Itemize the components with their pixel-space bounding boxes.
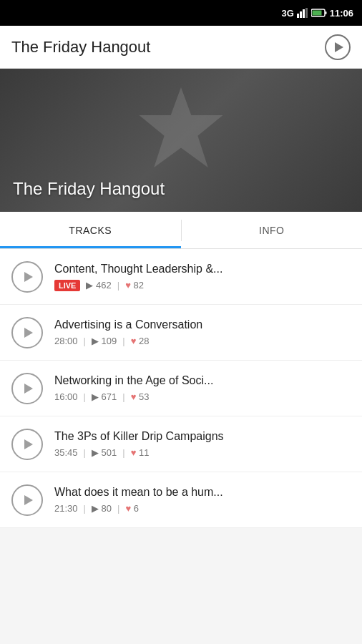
track-likes: ♥ 6: [125, 503, 139, 514]
meta-separator: |: [117, 280, 119, 291]
track-plays: ▶ 501: [92, 447, 117, 458]
meta-separator: |: [122, 336, 124, 346]
track-meta: 28:00|▶ 109|♥ 28: [54, 336, 351, 346]
play-button[interactable]: [11, 261, 43, 293]
hero-star-icon: [134, 83, 228, 179]
svg-marker-7: [140, 87, 223, 167]
app-header: The Friday Hangout: [0, 26, 362, 69]
svg-rect-0: [297, 14, 299, 18]
track-item[interactable]: Content, Thought Leadership &...LIVE▶ 46…: [0, 249, 362, 305]
track-title: What does it mean to be a hum...: [54, 486, 351, 499]
track-item[interactable]: The 3Ps of Killer Drip Campaigns35:45|▶ …: [0, 416, 362, 472]
page-title: The Friday Hangout: [11, 38, 150, 57]
track-meta: 35:45|▶ 501|♥ 11: [54, 447, 351, 458]
meta-separator: |: [122, 391, 124, 402]
track-likes: ♥ 82: [125, 280, 144, 291]
track-item[interactable]: Advertising is a Conversation28:00|▶ 109…: [0, 305, 362, 361]
track-plays: ▶ 462: [86, 280, 111, 291]
track-likes: ♥ 53: [131, 391, 150, 402]
track-likes: ♥ 28: [131, 336, 150, 346]
live-badge: LIVE: [54, 280, 80, 291]
track-item[interactable]: Networking in the Age of Soci...16:00|▶ …: [0, 361, 362, 416]
network-indicator: 3G: [281, 8, 293, 19]
play-button[interactable]: [11, 429, 43, 460]
track-title: The 3Ps of Killer Drip Campaigns: [54, 430, 351, 443]
track-duration: 35:45: [54, 447, 78, 458]
track-duration: 16:00: [54, 391, 78, 402]
track-plays: ▶ 109: [92, 336, 117, 346]
meta-separator: |: [117, 503, 119, 514]
track-title: Networking in the Age of Soci...: [54, 374, 351, 387]
hero-title: The Friday Hangout: [13, 179, 165, 199]
play-button[interactable]: [11, 484, 43, 516]
track-list: Content, Thought Leadership &...LIVE▶ 46…: [0, 249, 362, 528]
svg-rect-6: [325, 11, 326, 14]
signal-icon: [297, 8, 308, 18]
track-meta: 16:00|▶ 671|♥ 53: [54, 391, 351, 402]
track-title: Content, Thought Leadership &...: [54, 263, 351, 275]
track-meta: 21:30|▶ 80|♥ 6: [54, 503, 351, 514]
track-info: Content, Thought Leadership &...LIVE▶ 46…: [54, 263, 351, 291]
meta-separator: |: [84, 336, 86, 346]
track-info: Advertising is a Conversation28:00|▶ 109…: [54, 318, 351, 346]
status-icons: 3G 11:06: [281, 8, 353, 19]
track-info: The 3Ps of Killer Drip Campaigns35:45|▶ …: [54, 430, 351, 458]
header-play-button[interactable]: [325, 34, 351, 60]
track-plays: ▶ 80: [92, 503, 112, 514]
track-likes: ♥ 11: [131, 447, 150, 458]
play-button[interactable]: [11, 317, 43, 348]
hero-section: The Friday Hangout: [0, 69, 362, 212]
svg-rect-1: [300, 11, 302, 18]
track-title: Advertising is a Conversation: [54, 318, 351, 331]
meta-separator: |: [84, 391, 86, 402]
svg-rect-2: [303, 9, 305, 18]
track-info: Networking in the Age of Soci...16:00|▶ …: [54, 374, 351, 402]
track-meta: LIVE▶ 462|♥ 82: [54, 280, 351, 291]
svg-rect-5: [312, 11, 321, 16]
track-duration: 28:00: [54, 336, 78, 346]
tab-tracks[interactable]: TRACKS: [0, 212, 181, 248]
play-button[interactable]: [11, 373, 43, 404]
tab-info[interactable]: INFO: [182, 212, 363, 248]
track-plays: ▶ 671: [92, 391, 117, 402]
track-item[interactable]: What does it mean to be a hum...21:30|▶ …: [0, 472, 362, 528]
meta-separator: |: [84, 503, 86, 514]
track-info: What does it mean to be a hum...21:30|▶ …: [54, 486, 351, 514]
meta-separator: |: [84, 447, 86, 458]
meta-separator: |: [122, 447, 124, 458]
svg-rect-3: [305, 8, 308, 18]
track-duration: 21:30: [54, 503, 78, 514]
status-bar: 3G 11:06: [0, 0, 362, 26]
tab-bar: TRACKS INFO: [0, 212, 362, 249]
battery-icon: [311, 9, 327, 17]
time-display: 11:06: [330, 8, 353, 19]
